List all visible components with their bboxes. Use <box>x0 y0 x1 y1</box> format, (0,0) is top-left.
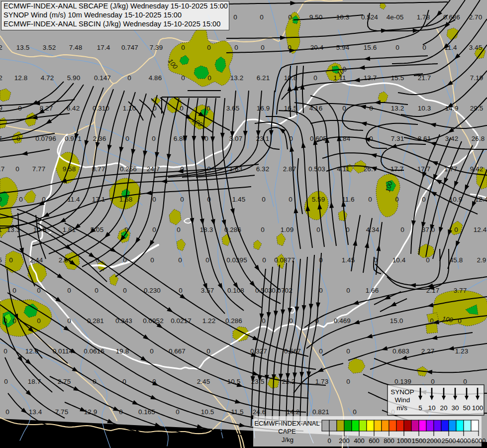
svg-text:10.3: 10.3 <box>418 105 431 112</box>
svg-text:SYNOP: SYNOP <box>390 388 414 396</box>
svg-text:1: 1 <box>0 226 2 233</box>
svg-text:3.77: 3.77 <box>454 287 467 294</box>
svg-text:Wind: Wind <box>395 396 410 404</box>
svg-text:2: 2 <box>0 44 2 51</box>
svg-text:0: 0 <box>204 135 208 142</box>
svg-text:2.9: 2.9 <box>477 256 487 264</box>
svg-text:0: 0 <box>234 44 238 51</box>
svg-text:7.31: 7.31 <box>391 135 404 142</box>
svg-text:0: 0 <box>19 196 23 203</box>
svg-text:0.286: 0.286 <box>225 317 242 325</box>
svg-text:2.45: 2.45 <box>197 378 210 385</box>
svg-text:13.5: 13.5 <box>16 44 29 51</box>
svg-text:0: 0 <box>37 317 41 325</box>
svg-text:13.4: 13.4 <box>29 408 42 416</box>
svg-text:100: 100 <box>472 404 484 412</box>
svg-text:4.72: 4.72 <box>41 74 54 82</box>
svg-text:0: 0 <box>346 287 350 294</box>
svg-text:0: 0 <box>422 196 426 203</box>
svg-text:24.6: 24.6 <box>253 408 266 416</box>
svg-text:9.50: 9.50 <box>309 13 322 21</box>
svg-text:0.0952: 0.0952 <box>143 317 163 325</box>
svg-text:0.971: 0.971 <box>65 135 82 142</box>
svg-text:400: 400 <box>354 437 365 445</box>
svg-text:12.8: 12.8 <box>14 74 27 82</box>
svg-text:3.45: 3.45 <box>469 44 482 51</box>
svg-text:0: 0 <box>177 226 181 233</box>
svg-text:CAPE: CAPE <box>278 428 296 435</box>
svg-text:0: 0 <box>179 287 183 294</box>
svg-text:m/s: m/s <box>396 404 407 412</box>
svg-text:0: 0 <box>368 196 372 203</box>
svg-text:0: 0 <box>67 287 71 294</box>
svg-text:0.821: 0.821 <box>312 408 329 416</box>
svg-text:0.281: 0.281 <box>87 317 104 325</box>
svg-text:3.42: 3.42 <box>445 135 458 142</box>
svg-text:13.2: 13.2 <box>391 105 404 112</box>
svg-text:11.4: 11.4 <box>67 196 80 203</box>
svg-text:0: 0 <box>395 196 399 203</box>
svg-text:0.686: 0.686 <box>443 13 460 21</box>
svg-text:0: 0 <box>288 13 292 21</box>
svg-text:800: 800 <box>384 437 394 445</box>
svg-text:50: 50 <box>463 404 470 412</box>
svg-text:1.73: 1.73 <box>315 378 328 385</box>
svg-text:30: 30 <box>451 404 459 412</box>
svg-text:ECMWF-INDEX-ANAL SBCIN (J/kg): ECMWF-INDEX-ANAL SBCIN (J/kg) Wednesday … <box>3 20 220 28</box>
svg-text:0: 0 <box>12 317 16 325</box>
svg-text:24.7: 24.7 <box>147 165 160 173</box>
svg-text:0: 0 <box>431 378 435 385</box>
svg-text:3.52: 3.52 <box>43 44 56 51</box>
svg-text:1500: 1500 <box>412 437 426 445</box>
svg-text:0.165: 0.165 <box>138 408 155 416</box>
svg-text:0: 0 <box>346 347 350 355</box>
svg-text:16.9: 16.9 <box>257 105 270 112</box>
svg-text:5.90: 5.90 <box>67 74 80 82</box>
svg-text:15.6: 15.6 <box>364 44 377 51</box>
svg-text:0.230: 0.230 <box>144 287 161 294</box>
svg-text:7.48: 7.48 <box>69 44 82 51</box>
svg-text:0: 0 <box>313 74 317 82</box>
svg-text:0: 0 <box>206 105 210 112</box>
svg-text:0: 0 <box>152 226 156 233</box>
svg-text:5.94: 5.94 <box>336 44 350 51</box>
svg-text:0: 0 <box>3 347 7 355</box>
svg-text:0.147: 0.147 <box>94 74 111 82</box>
svg-text:0: 0 <box>127 74 131 82</box>
svg-text:SYNOP Wind (m/s) 10m Wednesday: SYNOP Wind (m/s) 10m Wednesday 15-10-202… <box>3 11 182 19</box>
svg-text:0: 0 <box>150 347 154 355</box>
svg-text:0.469: 0.469 <box>334 317 351 325</box>
svg-text:6.21: 6.21 <box>257 74 270 82</box>
svg-text:0.747: 0.747 <box>121 44 138 51</box>
svg-text:26.8: 26.8 <box>472 135 485 142</box>
svg-text:0: 0 <box>181 74 185 82</box>
svg-text:13.7: 13.7 <box>364 74 377 82</box>
svg-text:0.266: 0.266 <box>120 165 137 173</box>
svg-text:1.66: 1.66 <box>366 287 379 294</box>
svg-text:15.0: 15.0 <box>390 317 403 325</box>
svg-text:0.0702: 0.0702 <box>272 287 292 294</box>
svg-text:0: 0 <box>458 317 462 325</box>
svg-text:0: 0 <box>316 226 320 233</box>
svg-text:0.139: 0.139 <box>394 378 411 385</box>
svg-text:0: 0 <box>206 347 210 355</box>
svg-text:0.0114: 0.0114 <box>53 347 73 355</box>
svg-text:0: 0 <box>353 408 357 416</box>
svg-text:9.42: 9.42 <box>470 165 483 173</box>
svg-text:18.7: 18.7 <box>28 378 41 385</box>
svg-text:0: 0 <box>150 256 154 264</box>
svg-text:1.22: 1.22 <box>202 317 215 325</box>
svg-text:0: 0 <box>454 226 458 233</box>
svg-text:0: 0 <box>262 317 266 325</box>
svg-text:5: 5 <box>418 404 422 412</box>
svg-text:0: 0 <box>463 378 467 385</box>
svg-text:2: 2 <box>0 74 2 82</box>
svg-text:0: 0 <box>67 317 71 325</box>
svg-text:10: 10 <box>428 404 435 412</box>
svg-text:10.4: 10.4 <box>392 256 406 264</box>
svg-text:0: 0 <box>207 74 211 82</box>
svg-text:0: 0 <box>261 44 265 51</box>
svg-text:200: 200 <box>339 437 350 445</box>
svg-text:13.2: 13.2 <box>230 74 243 82</box>
svg-text:1.45: 1.45 <box>232 196 245 203</box>
